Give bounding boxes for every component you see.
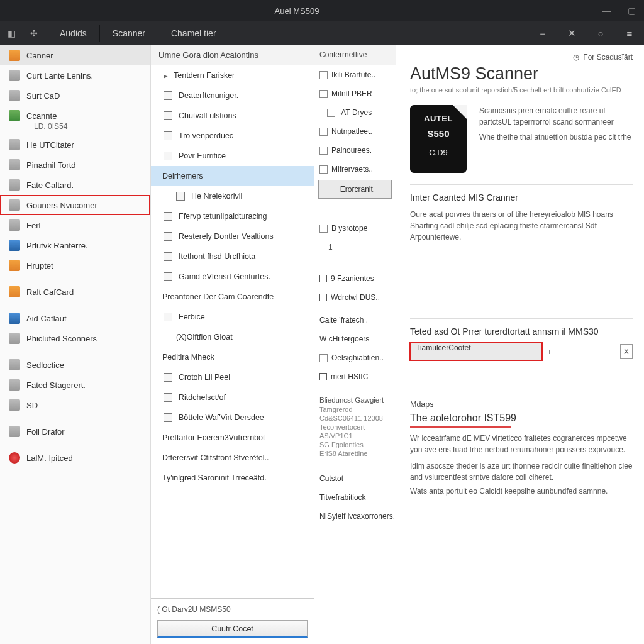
top-link[interactable]: For Scadusïärt — [583, 53, 633, 62]
nav-item-2[interactable]: Surt CaD — [0, 86, 150, 106]
item-icon — [164, 373, 172, 382]
aux-header: Conterrnetfive — [314, 45, 396, 65]
outer-close-icon[interactable]: ▢ — [619, 6, 644, 16]
page-title: AutMS9 Scanner — [410, 64, 633, 84]
transfer-input[interactable]: TiamulcerCootet — [410, 343, 542, 360]
footer-button[interactable]: Cuutr Cocet — [157, 620, 308, 638]
aux-top-1[interactable]: Mitntl PBER — [314, 84, 396, 103]
aux-tail-1[interactable]: Titvefrabitiock — [314, 488, 396, 507]
nav-item-10[interactable]: Hruptet — [0, 255, 150, 275]
item-icon — [164, 252, 172, 261]
aux-tail-0[interactable]: Cutstot — [314, 469, 396, 488]
settings-item-0[interactable]: ▸Tentdern Farisker — [151, 65, 314, 86]
nav-icon — [9, 70, 20, 81]
settings-item-13[interactable]: (X)Oiftfion Gloat — [151, 327, 314, 347]
aux-check-1[interactable]: Wdrctwl DUS.. — [314, 288, 396, 307]
nav-icon — [9, 260, 20, 271]
nav-label: Fated Stagerert. — [26, 380, 86, 390]
win-more-icon[interactable]: ≡ — [615, 28, 644, 39]
settings-item-16[interactable]: Ritdchelsct/of — [151, 387, 314, 408]
settings-item-5[interactable]: Delrhemers — [151, 166, 314, 186]
settings-item-9[interactable]: Itethont fhsd Urcfhiota — [151, 247, 314, 267]
nav-item-13[interactable]: Phiclufed Sconners — [0, 328, 150, 348]
nav-item-9[interactable]: Prlutvk Ranterre. — [0, 235, 150, 255]
clear-button[interactable]: X — [620, 344, 633, 359]
aux-top-2[interactable]: ·AT Dryes — [314, 103, 396, 122]
toolbar-icon[interactable]: ✣ — [26, 26, 42, 41]
nav-label: Sedloctice — [26, 360, 64, 370]
nav-item-4[interactable]: He UTCitater — [0, 135, 150, 155]
nav-icon — [9, 286, 20, 297]
outer-titlebar: Auel MS509 — ▢ — [0, 0, 644, 21]
aux-subhead: Blieduncst Gawgiert — [314, 392, 396, 405]
footer-label: ( Gt Darv2U MSMS50 — [157, 605, 308, 614]
settings-item-1[interactable]: Deaterftcnuniger. — [151, 86, 314, 106]
aux-top-4[interactable]: Painourees. — [314, 141, 396, 160]
settings-item-19[interactable]: Dtferersvit Ctitsttont Stverètel.. — [151, 448, 314, 468]
nav-item-7[interactable]: Gouners Nvucomer — [0, 195, 150, 215]
nav-item-8[interactable]: Ferl — [0, 215, 150, 235]
settings-item-4[interactable]: Povr Eurritice — [151, 146, 314, 166]
nav-item-16[interactable]: SD — [0, 395, 150, 415]
settings-item-2[interactable]: Chutvalt ulstions — [151, 106, 314, 126]
menu-scanner[interactable]: Scanner — [101, 28, 157, 38]
nav-icon — [9, 399, 20, 411]
settings-item-12[interactable]: Ferbice — [151, 307, 314, 327]
settings-item-14[interactable]: Peditira Mheck — [151, 347, 314, 367]
nav-item-18[interactable]: LalM. Ipitced — [0, 448, 150, 468]
menu-channel[interactable]: Chamel tier — [160, 28, 228, 38]
nav-label: Hruptet — [26, 261, 53, 270]
aux-top-0[interactable]: Ikili Brartute.. — [314, 65, 396, 84]
aux-c3-3[interactable]: mert HSIIC — [314, 367, 396, 386]
aux-c3-0[interactable]: Calte 'fratech . — [314, 311, 396, 330]
outer-min-icon[interactable]: — — [594, 6, 619, 16]
nav-label: Fate Caltard. — [26, 180, 74, 190]
nav-item-12[interactable]: Aid Catlaut — [0, 308, 150, 328]
settings-item-6[interactable]: He Nreiekorivil — [151, 186, 314, 206]
nav-item-14[interactable]: Sedloctice — [0, 355, 150, 375]
aux-c3-2[interactable]: Oelsighiabtien.. — [314, 348, 396, 367]
nav-item-11[interactable]: Ralt CafCard — [0, 282, 150, 302]
aux-selected-button[interactable]: Erorcranit. — [318, 180, 392, 199]
nav-icon — [9, 379, 20, 391]
settings-item-10[interactable]: Gamd éVferisrt Genturtes. — [151, 267, 314, 287]
win-restore-icon[interactable]: ○ — [586, 28, 615, 39]
menu-audits[interactable]: Audids — [48, 28, 98, 38]
aux-top-3[interactable]: Nutnpatleet. — [314, 122, 396, 141]
nav-label: Ferl — [26, 221, 40, 230]
item-icon — [164, 152, 172, 160]
win-min-icon[interactable]: − — [528, 28, 557, 39]
aux-c3-1[interactable]: W cHi tergoers — [314, 330, 396, 348]
settings-item-7[interactable]: Ffervp tetunlipaidturacing — [151, 206, 314, 226]
section1-p2: Sharting cadl ehilje scd eplacing thiste… — [410, 220, 633, 243]
aux-tail-2[interactable]: NISylelf ivcaxorroners. — [314, 507, 396, 526]
win-close-icon[interactable]: ✕ — [557, 28, 586, 39]
nav-item-17[interactable]: Foll Drafor — [0, 421, 150, 441]
settings-item-11[interactable]: Preantoner Der Cam Coarendfe — [151, 287, 314, 307]
nav-label: Gouners Nvucomer — [26, 201, 97, 210]
nav-icon — [9, 359, 20, 370]
nav-item-15[interactable]: Fated Stagerert. — [0, 375, 150, 395]
nav-icon — [9, 199, 20, 211]
add-icon[interactable]: + — [547, 347, 557, 357]
section2-heading: Teted asd Ot Prrer turerdtortatt annsrn … — [410, 326, 633, 336]
nav-item-1[interactable]: Curt Lante Lenins. — [0, 65, 150, 86]
nav-item-0[interactable]: Canner — [0, 45, 150, 65]
nav-label: Curt Lante Lenins. — [26, 71, 93, 80]
nav-item-6[interactable]: Fate Caltard. — [0, 175, 150, 195]
settings-item-3[interactable]: Tro venperduec — [151, 126, 314, 146]
nav-label: Canner — [26, 51, 53, 60]
aux-b2-0[interactable]: B ysrotope — [314, 219, 396, 238]
settings-item-15[interactable]: Crotoh Lii Peel — [151, 367, 314, 387]
aux-small-5: ErlS8 Atarettine — [314, 449, 396, 458]
aux-check-0[interactable]: 9 Fzanientes — [314, 269, 396, 288]
aux-small-3: AS/VP1C1 — [314, 431, 396, 440]
nav-label: Aid Catlaut — [26, 314, 67, 323]
aux-top-5[interactable]: Mifrervaets.. — [314, 160, 396, 179]
settings-item-17[interactable]: Böttele Waf'Virt Dersdee — [151, 408, 314, 428]
item-icon — [164, 272, 172, 281]
settings-item-18[interactable]: Prettartor Ecerem3Vutrernbot — [151, 428, 314, 448]
settings-item-8[interactable]: Resterely Dontler Vealtions — [151, 226, 314, 247]
nav-item-5[interactable]: Pinadnil Tortd — [0, 155, 150, 175]
settings-item-20[interactable]: Ty'inlgred Saroninit Trreceâtd. — [151, 468, 314, 488]
